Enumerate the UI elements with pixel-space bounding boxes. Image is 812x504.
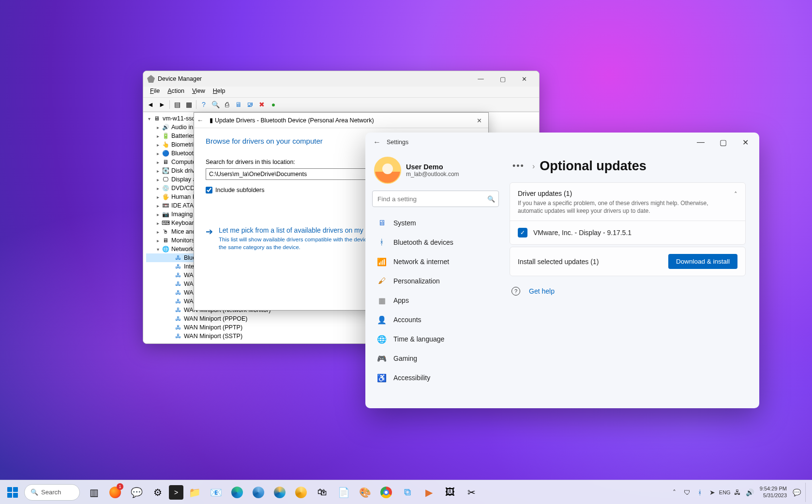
install-count-text: Install selected updates (1): [518, 258, 599, 266]
nav-item-time-language[interactable]: 🌐Time & language: [372, 330, 499, 348]
menu-file[interactable]: File: [146, 87, 164, 97]
settings-search-input[interactable]: [372, 191, 499, 207]
help-icon[interactable]: ?: [198, 99, 209, 110]
app-terminal-icon[interactable]: >: [169, 485, 183, 500]
app-explorer-icon[interactable]: 📁: [184, 482, 205, 503]
task-view-icon[interactable]: ▥: [84, 482, 104, 503]
help-icon: [511, 287, 520, 296]
profile-block[interactable]: User Demo m_lab@outlook.com: [372, 154, 499, 191]
app-settings-icon[interactable]: ⚙: [148, 482, 168, 503]
nav-item-bluetooth-devices[interactable]: ᚼBluetooth & devices: [372, 233, 499, 252]
update-driver-icon[interactable]: 🖥: [233, 99, 244, 110]
nav-icon: 🖌: [377, 277, 387, 285]
driver-checkbox[interactable]: ✓: [518, 228, 527, 237]
search-icon: 🔍: [30, 489, 38, 496]
nav-icon: ♿: [377, 373, 387, 383]
tray-location-icon[interactable]: ➤: [707, 485, 718, 500]
tray-network-icon[interactable]: 🖧: [732, 485, 743, 500]
nav-item-personalization[interactable]: 🖌Personalization: [372, 272, 499, 290]
close-icon[interactable]: ✕: [472, 115, 486, 126]
dialog-title: Update Drivers - Bluetooth Device (Perso…: [215, 117, 374, 124]
close-button[interactable]: ✕: [513, 72, 535, 86]
app-photos-icon[interactable]: 🖼: [440, 482, 460, 503]
device-manager-titlebar[interactable]: Device Manager — ▢ ✕: [143, 71, 539, 87]
nav-icon: 🖥: [377, 219, 387, 227]
tray-notifications-icon[interactable]: 💬: [791, 485, 802, 500]
minimize-button[interactable]: —: [690, 134, 712, 150]
nav-icon: 👤: [377, 315, 387, 325]
settings-titlebar[interactable]: ← Settings — ▢ ✕: [365, 133, 759, 152]
maximize-button[interactable]: ▢: [712, 134, 734, 150]
app-vscode-icon[interactable]: ⧉: [397, 482, 418, 503]
tray-language-icon[interactable]: ENG: [719, 485, 731, 500]
disable-icon[interactable]: ✖: [256, 99, 267, 110]
nav-icon: 🌐: [377, 335, 387, 344]
app-edge-icon[interactable]: [227, 482, 247, 503]
settings-window: ← Settings — ▢ ✕ User Demo m_lab@outlook…: [365, 133, 759, 408]
nav-icon: ▦: [377, 296, 387, 305]
page-title: Optional updates: [540, 159, 647, 174]
nav-item-network-internet[interactable]: 📶Network & internet: [372, 252, 499, 271]
settings-main: ••• › Optional updates Driver updates (1…: [506, 152, 759, 408]
nav-item-system[interactable]: 🖥System: [372, 214, 499, 232]
forward-icon[interactable]: ►: [157, 99, 167, 110]
add-legacy-icon[interactable]: ⎙: [222, 99, 232, 110]
nav-item-apps[interactable]: ▦Apps: [372, 291, 499, 310]
properties-icon[interactable]: ▦: [183, 99, 194, 110]
driver-label: VMware, Inc. - Display - 9.17.5.1: [533, 229, 632, 237]
app-edge-dev-icon[interactable]: [270, 482, 290, 503]
install-bar: Install selected updates (1) Download & …: [510, 247, 746, 276]
breadcrumb-more-icon[interactable]: •••: [510, 159, 527, 173]
tray-volume-icon[interactable]: 🔊: [744, 485, 756, 500]
tray-bluetooth-icon[interactable]: ᚼ: [694, 485, 706, 500]
settings-nav: User Demo m_lab@outlook.com 🔍 🖥SystemᚼBl…: [365, 152, 506, 408]
chevron-up-icon: ˄: [734, 190, 737, 198]
scan-icon[interactable]: 🔍: [210, 99, 221, 110]
app-edge-beta-icon[interactable]: [248, 482, 269, 503]
app-teams-icon[interactable]: 💬: [126, 482, 147, 503]
taskbar-search[interactable]: 🔍 Search: [24, 484, 80, 501]
tray-security-icon[interactable]: 🛡: [681, 485, 693, 500]
app-media-icon[interactable]: ▶: [419, 482, 439, 503]
app-paint-icon[interactable]: 🎨: [355, 482, 375, 503]
app-store-icon[interactable]: 🛍: [312, 482, 332, 503]
taskbar-pinned-apps: ▥ 1 💬 ⚙ > 📁 📧 🛍 📄 🎨 ⧉ ▶ 🖼 ✂: [84, 482, 481, 503]
get-help-link[interactable]: Get help: [529, 287, 555, 295]
back-icon[interactable]: ←: [197, 117, 208, 124]
menu-action[interactable]: Action: [164, 87, 188, 97]
start-button[interactable]: [4, 484, 21, 501]
system-tray: ˄ 🛡 ᚼ ➤ ENG 🖧 🔊 9:54:29 PM 5/31/2023 💬: [669, 483, 808, 502]
back-icon[interactable]: ←: [370, 135, 384, 149]
driver-update-row[interactable]: ✓ VMware, Inc. - Display - 9.17.5.1: [510, 221, 745, 244]
nav-item-accounts[interactable]: 👤Accounts: [372, 311, 499, 329]
avatar: [374, 157, 401, 184]
profile-name: User Demo: [406, 163, 459, 171]
expander-header[interactable]: Driver updates (1) If you have a specifi…: [518, 190, 737, 215]
app-outlook-icon[interactable]: 📧: [206, 482, 226, 503]
app-snip-icon[interactable]: ✂: [461, 482, 481, 503]
maximize-button[interactable]: ▢: [492, 72, 513, 86]
tray-overflow-icon[interactable]: ˄: [669, 485, 680, 500]
close-button[interactable]: ✕: [734, 134, 756, 150]
download-install-button[interactable]: Download & install: [668, 254, 737, 269]
app-edge-canary-icon[interactable]: [291, 482, 311, 503]
include-subfolders-input[interactable]: [206, 187, 212, 193]
enable-icon[interactable]: ●: [268, 99, 279, 110]
app-todo-icon[interactable]: 1: [105, 482, 125, 503]
taskbar: 🔍 Search ▥ 1 💬 ⚙ > 📁 📧 🛍 📄 🎨 ⧉ ▶ 🖼 ✂ ˄ 🛡…: [0, 480, 812, 504]
menu-help[interactable]: Help: [209, 87, 229, 97]
app-chrome-icon[interactable]: [376, 482, 396, 503]
driver-updates-expander: Driver updates (1) If you have a specifi…: [510, 182, 746, 245]
settings-title: Settings: [387, 139, 408, 146]
taskbar-clock[interactable]: 9:54:29 PM 5/31/2023: [757, 486, 790, 499]
nav-item-accessibility[interactable]: ♿Accessibility: [372, 369, 499, 387]
menu-view[interactable]: View: [188, 87, 209, 97]
app-notepad-icon[interactable]: 📄: [333, 482, 354, 503]
back-icon[interactable]: ◄: [145, 99, 156, 110]
nav-icon: 🎮: [377, 354, 387, 363]
show-hide-tree-icon[interactable]: ▤: [172, 99, 182, 110]
uninstall-icon[interactable]: 🖳: [245, 99, 256, 110]
minimize-button[interactable]: —: [470, 72, 492, 86]
show-desktop-button[interactable]: [805, 483, 808, 502]
nav-item-gaming[interactable]: 🎮Gaming: [372, 349, 499, 368]
